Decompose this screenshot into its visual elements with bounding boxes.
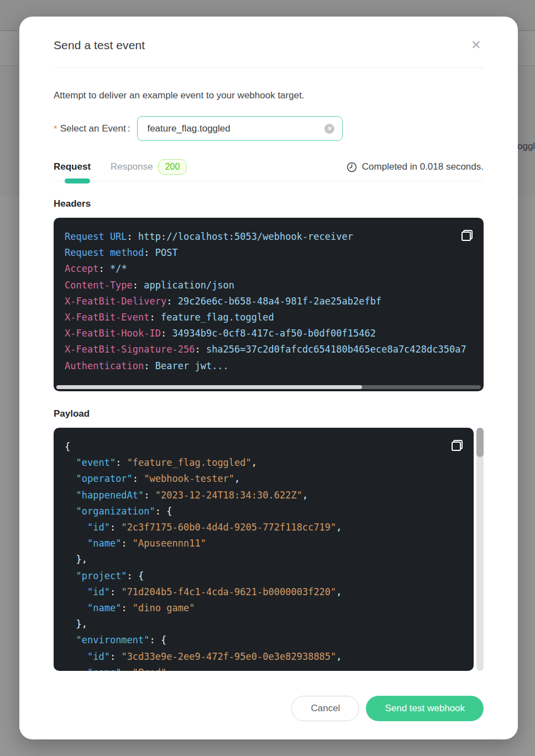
code-line: Authentication: Bearer jwt... <box>65 358 473 374</box>
response-status-badge: 200 <box>158 159 187 175</box>
label-colon: : <box>128 123 130 134</box>
code-line: Request method: POST <box>65 245 473 261</box>
completed-text: Completed in 0.018 seconds. <box>362 161 484 172</box>
cancel-button[interactable]: Cancel <box>291 696 359 721</box>
code-line: "name": "Prod" <box>65 665 463 671</box>
code-line: { <box>65 439 463 455</box>
code-line: "project": { <box>65 568 463 584</box>
tabs-row: Request Response 200 Completed in 0.018 … <box>54 159 484 175</box>
code-line: "operator": "webhook-tester", <box>65 471 463 487</box>
payload-code: { "event": "feature_flag.toggled", "oper… <box>65 439 463 671</box>
background-page-text-fragment: oggl <box>517 141 535 152</box>
tab-request[interactable]: Request <box>54 161 91 172</box>
event-select-value: feature_flag.toggled <box>147 123 324 134</box>
code-line: "environment": { <box>65 632 463 648</box>
payload-row: { "event": "feature_flag.toggled", "oper… <box>54 428 484 671</box>
code-line: X-FeatBit-Delivery: 29c26e6c-b658-48a4-9… <box>65 293 473 309</box>
code-line: X-FeatBit-Hook-ID: 34934b9c-0cf8-417c-af… <box>65 326 473 342</box>
headers-code-block: Request URL: http://localhost:5053/webho… <box>54 218 484 391</box>
payload-vertical-scrollbar[interactable] <box>476 428 484 671</box>
close-icon[interactable]: ✕ <box>469 38 484 53</box>
copy-icon[interactable] <box>461 230 473 241</box>
copy-icon[interactable] <box>452 440 463 451</box>
scrollbar-thumb[interactable] <box>476 428 484 457</box>
completed-status: Completed in 0.018 seconds. <box>347 161 484 172</box>
required-mark: * <box>54 124 57 135</box>
clear-selection-icon[interactable]: ✕ <box>324 124 334 134</box>
code-line: "id": "2c3f7175-60b0-4d4d-9205-772f118cc… <box>65 519 463 536</box>
tab-response-label: Response <box>111 161 153 172</box>
scrollbar-thumb[interactable] <box>56 385 362 389</box>
active-tab-indicator <box>65 179 90 183</box>
dialog-title: Send a test event <box>54 39 145 52</box>
code-line: Request URL: http://localhost:5053/webho… <box>65 229 473 245</box>
payload-code-block: { "event": "feature_flag.toggled", "oper… <box>54 428 474 671</box>
dialog-header: Send a test event ✕ <box>54 17 484 53</box>
headers-horizontal-scrollbar[interactable] <box>56 385 481 389</box>
headers-section-title: Headers <box>54 198 484 209</box>
clock-icon <box>347 162 357 172</box>
headers-code: Request URL: http://localhost:5053/webho… <box>65 229 473 374</box>
code-line: X-FeatBit-Signature-256: sha256=37c2d0fa… <box>65 342 473 358</box>
dialog-footer: Cancel Send test webhook <box>54 696 484 721</box>
code-line: "organization": { <box>65 503 463 519</box>
header-divider <box>54 67 484 68</box>
event-form-row: * Select an Event : feature_flag.toggled… <box>54 116 484 141</box>
send-test-event-dialog: Send a test event ✕ Attempt to deliver a… <box>19 17 518 739</box>
code-line: X-FeatBit-Event: feature_flag.toggled <box>65 309 473 326</box>
tabs-underline <box>54 181 484 181</box>
tab-response[interactable]: Response 200 <box>111 159 187 175</box>
code-line: "id": "71d204b5-f4c1-4cda-9621-b0000003f… <box>65 584 463 600</box>
code-line: }, <box>65 616 463 632</box>
code-line: "name": "Apuseennn11" <box>65 536 463 552</box>
payload-section-title: Payload <box>54 408 484 419</box>
code-line: "event": "feature_flag.toggled", <box>65 455 463 471</box>
event-select-label: Select an Event <box>60 123 126 134</box>
code-line: Content-Type: application/json <box>65 277 473 293</box>
code-line: "happenedAt": "2023-12-24T18:34:30.622Z"… <box>65 487 463 503</box>
code-line: Accept: */* <box>65 261 473 277</box>
code-line: "id": "3cd33e9e-2ee9-472f-95e0-0e3e82938… <box>65 649 463 665</box>
dialog-description: Attempt to deliver an example event to y… <box>54 90 484 101</box>
code-line: }, <box>65 552 463 568</box>
code-line: "name": "dino game" <box>65 600 463 616</box>
event-select[interactable]: feature_flag.toggled ✕ <box>137 116 343 141</box>
send-test-webhook-button[interactable]: Send test webhook <box>366 696 484 721</box>
